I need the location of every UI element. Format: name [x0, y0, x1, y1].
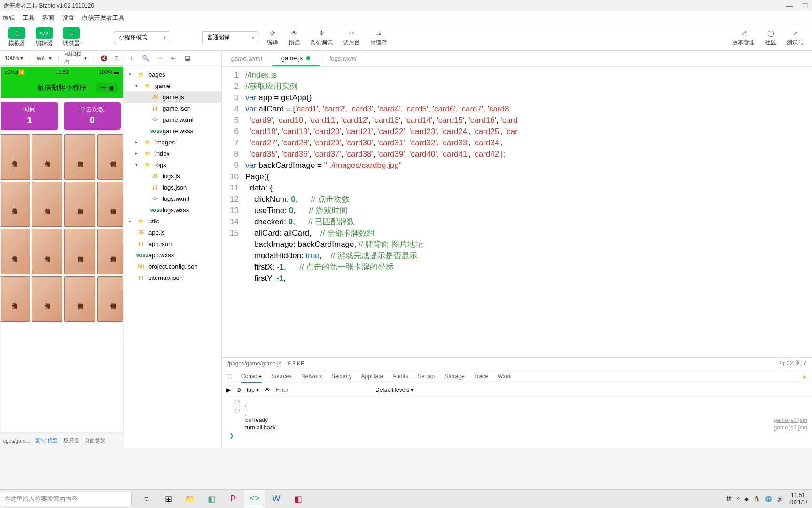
footer-tab-scene[interactable]: 场景值 — [61, 437, 82, 444]
taskview-icon[interactable]: ⊞ — [158, 490, 179, 508]
debugger-button[interactable]: ≡ 调试器 — [61, 26, 82, 48]
tree-item-logs.json[interactable]: { }logs.json — [124, 182, 221, 193]
remote-debug-button[interactable]: ※ 真机调试 — [308, 27, 335, 48]
capsule-button[interactable]: ••• ◉ — [95, 82, 119, 93]
tab-wxml[interactable]: Wxml — [498, 373, 512, 380]
network-select[interactable]: WiFi ▾ — [37, 55, 52, 62]
code-editor[interactable]: 123456789101112131415 //index.js//获取应用实例… — [222, 67, 812, 357]
tree-item-utils[interactable]: ▸📁utils — [124, 215, 221, 227]
tree-item-game[interactable]: ▾📁game — [124, 80, 221, 91]
levels-select[interactable]: Default levels ▾ — [375, 387, 414, 393]
simulator-button[interactable]: ▯ 模拟器 — [7, 26, 27, 48]
tree-item-app.wxss[interactable]: wxssapp.wxss — [124, 249, 221, 261]
warning-icon[interactable]: ▲ — [802, 373, 807, 380]
app1-icon[interactable]: ◧ — [201, 490, 222, 508]
version-button[interactable]: ⎇ 版本管理 — [730, 27, 757, 48]
compile-select[interactable]: 普通编译 — [202, 31, 258, 44]
tab-console[interactable]: Console — [241, 373, 262, 383]
tree-item-game.wxss[interactable]: wxssgame.wxss — [124, 125, 221, 136]
editor-tab-game.wxml[interactable]: game.wxml — [222, 51, 272, 66]
more-icon[interactable]: ··· — [158, 55, 163, 62]
close-sim-icon[interactable]: ⊡ — [114, 55, 119, 62]
tree-item-sitemap.json[interactable]: { }sitemap.json — [124, 272, 221, 283]
live-icon[interactable]: 👁 — [265, 387, 270, 393]
tree-item-project.config.json[interactable]: {o}project.config.json — [124, 261, 221, 272]
game-card[interactable]: 仙剑奇侠传 — [1, 134, 30, 180]
clock[interactable]: 11:51 2021/1/ — [789, 492, 807, 506]
context-select[interactable]: top ▾ — [247, 387, 259, 393]
footer-tab-params[interactable]: 页面参数 — [82, 437, 108, 444]
inspect-icon[interactable]: ⬚ — [226, 373, 232, 380]
editor-tab-logs.wxml[interactable]: logs.wxml — [320, 51, 366, 66]
app2-icon[interactable]: ◧ — [288, 490, 308, 508]
game-card[interactable]: 仙剑奇侠传 — [64, 134, 95, 180]
tree-item-app.json[interactable]: { }app.json — [124, 238, 221, 249]
menu-settings[interactable]: 设置 — [62, 14, 74, 22]
search-icon[interactable]: 🔍 — [142, 55, 149, 62]
new-file-icon[interactable]: + — [130, 55, 133, 62]
tree-item-logs.wxml[interactable]: <>logs.wxml — [124, 193, 221, 204]
menu-tools[interactable]: 工具 — [23, 14, 35, 22]
menu-wxdevtools[interactable]: 微信开发者工具 — [82, 14, 125, 22]
maximize-icon[interactable]: ☐ — [802, 2, 808, 9]
game-card[interactable]: 仙剑奇侠传 — [32, 182, 63, 227]
tray-icon-2[interactable]: 🐧 — [753, 496, 760, 502]
footer-tab-copy[interactable]: 复制 预览 — [32, 437, 60, 444]
footer-tab-page[interactable]: ages/gam... — [0, 438, 32, 444]
game-card[interactable]: 仙剑奇侠传 — [64, 229, 95, 274]
game-card[interactable]: 仙剑奇侠传 — [1, 182, 30, 227]
tab-security[interactable]: Security — [331, 373, 351, 380]
volume-icon[interactable]: 🔊 — [777, 496, 784, 502]
play-icon[interactable]: ▶ — [226, 387, 231, 393]
mock-action-select[interactable]: 模拟操作 ▾ — [65, 50, 87, 66]
collapse-icon[interactable]: ⇤ — [171, 55, 176, 62]
clear-icon[interactable]: ⊘ — [236, 387, 241, 393]
clear-cache-button[interactable]: ≋ 清缓存 — [368, 27, 389, 48]
tab-storage[interactable]: Storage — [445, 373, 465, 380]
filter-input[interactable] — [276, 387, 370, 393]
tree-item-game.wxml[interactable]: <>game.wxml — [124, 114, 221, 125]
cortana-icon[interactable]: ○ — [136, 490, 157, 508]
devtools-icon[interactable]: <> — [244, 490, 265, 508]
code-body[interactable]: //index.js//获取应用实例var app = getApp()var … — [245, 67, 812, 357]
layout-icon[interactable]: ⬓ — [185, 55, 190, 62]
explorer-icon[interactable]: 📁 — [180, 490, 200, 508]
background-button[interactable]: ↦ 切后台 — [341, 27, 362, 48]
console-prompt[interactable]: ❯ — [226, 431, 807, 440]
game-card[interactable]: 仙剑奇侠传 — [32, 134, 63, 180]
console-body[interactable]: 16| 17| onReadygame.js? [smturn all back… — [222, 397, 812, 448]
game-card[interactable]: 仙剑奇侠传 — [1, 229, 30, 274]
game-card[interactable]: 仙剑奇侠传 — [32, 229, 63, 274]
powerpoint-icon[interactable]: P — [223, 490, 243, 508]
word-icon[interactable]: W — [266, 490, 287, 508]
tab-trace[interactable]: Trace — [474, 373, 488, 380]
ime-icon[interactable]: 拼 — [726, 495, 732, 503]
game-card[interactable]: 仙剑奇侠传 — [97, 134, 123, 180]
game-card[interactable]: 仙剑奇侠传 — [64, 276, 95, 322]
compile-button[interactable]: ⟳ 编译 — [265, 27, 280, 48]
editor-button[interactable]: </> 编辑器 — [34, 26, 55, 48]
tab-sensor[interactable]: Sensor — [418, 373, 436, 380]
game-card[interactable]: 仙剑奇侠传 — [97, 229, 123, 274]
game-card[interactable]: 仙剑奇侠传 — [97, 276, 123, 322]
phone-preview[interactable]: eChat📶 11:50 100% ▬ 微信翻牌小程序 ••• ◉ 时间 1 单… — [1, 67, 123, 432]
tray-icon-3[interactable]: 🌐 — [765, 496, 772, 502]
tree-item-index[interactable]: ▸📁index — [124, 148, 221, 159]
community-button[interactable]: ◯ 社区 — [763, 27, 778, 48]
tab-appdata[interactable]: AppData — [361, 373, 383, 380]
mute-icon[interactable]: 🔇 — [101, 55, 108, 62]
chevron-up-icon[interactable]: ^ — [737, 496, 740, 502]
windows-search[interactable]: 在这里输入你要搜索的内容 — [0, 492, 132, 506]
tree-item-game.js[interactable]: JSgame.js — [124, 91, 221, 103]
tree-item-app.js[interactable]: JSapp.js — [124, 227, 221, 238]
editor-tab-game.js[interactable]: game.js — [272, 51, 320, 66]
tab-sources[interactable]: Sources — [271, 373, 292, 380]
menu-edit[interactable]: 编辑 — [3, 14, 15, 22]
tab-network[interactable]: Network — [301, 373, 322, 380]
tab-audits[interactable]: Audits — [392, 373, 408, 380]
tree-item-game.json[interactable]: { }game.json — [124, 103, 221, 114]
game-card[interactable]: 仙剑奇侠传 — [97, 182, 123, 227]
minimize-icon[interactable]: — — [786, 2, 793, 9]
tray-icon-1[interactable]: ◆ — [744, 496, 749, 502]
preview-button[interactable]: 👁 预览 — [287, 27, 302, 48]
